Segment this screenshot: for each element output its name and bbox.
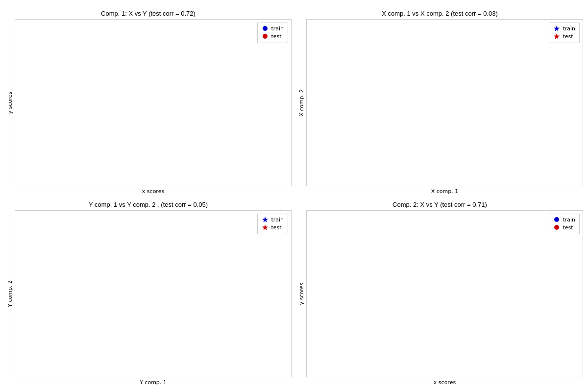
plot2-train-label: train [563,25,575,32]
plot2-area: X comp. 2 train [296,19,583,186]
plot3-train-icon [262,216,269,223]
plot3-legend-test: test [262,224,284,231]
plot3-xlabel: Y comp. 1 [140,379,167,386]
plot3-legend-train: train [262,216,284,223]
plot-cell-4: Comp. 2: X vs Y (test corr = 0.71) y sco… [296,201,583,387]
main-container: Comp. 1: X vs Y (test corr = 0.72) y sco… [0,0,588,392]
plot2-title: X comp. 1 vs X comp. 2 (test corr = 0.03… [382,10,498,17]
plot2-test-icon [553,33,560,40]
plot1-title: Comp. 1: X vs Y (test corr = 0.72) [101,10,196,17]
plot3-canvas [15,211,291,377]
plot1-canvas-wrapper: train test [15,19,292,186]
plot4-test-label: test [563,224,573,231]
plot1-canvas [15,20,291,186]
plot4-ylabel: y scores [298,283,305,305]
plot4-legend: train test [549,214,580,234]
svg-point-0 [263,26,268,31]
plot2-xlabel: X comp. 1 [431,188,459,195]
svg-marker-5 [262,224,268,230]
plot1-train-label: train [271,25,284,32]
plot3-canvas-wrapper: train test [15,210,292,377]
plot1-test-label: test [271,33,281,40]
svg-marker-3 [554,33,560,39]
plot4-test-icon [553,224,560,231]
plot4-train-label: train [563,217,575,223]
plot1-ylabel: y scores [7,92,13,114]
plot2-inner: train test [306,19,583,186]
plot2-legend-test: test [553,33,575,40]
plot4-legend-test: test [553,224,575,231]
plot-cell-1: Comp. 1: X vs Y (test corr = 0.72) y sco… [5,10,292,196]
plot3-xlabel-container: Y comp. 1 [10,377,296,387]
plot3-title: Y comp. 1 vs Y comp. 2 , (test corr = 0.… [89,201,208,208]
plot1-train-icon [262,25,269,32]
plot2-train-icon [553,25,560,32]
plot2-legend-train: train [553,25,575,32]
svg-marker-2 [554,25,560,31]
plot2-ylabel: X comp. 2 [298,89,305,117]
plot4-legend-train: train [553,216,575,223]
svg-point-6 [554,217,559,222]
plot2-canvas [307,20,583,186]
plot3-train-label: train [271,217,284,223]
plot3-legend: train test [257,214,288,234]
plot4-canvas-wrapper: train test [306,210,583,377]
plot3-test-label: test [271,224,281,231]
svg-point-7 [554,225,559,230]
plot1-legend-test: test [262,33,284,40]
plot1-inner: train test [15,19,292,186]
plot1-legend-train: train [262,25,284,32]
plot1-area: y scores train [5,19,292,186]
svg-point-1 [263,34,268,39]
plot3-ylabel: Y comp. 2 [7,280,13,307]
plot4-train-icon [553,216,560,223]
plot1-xlabel-container: x scores [10,186,296,196]
plot4-title: Comp. 2: X vs Y (test corr = 0.71) [392,201,487,208]
plot1-xlabel: x scores [142,188,164,195]
plot3-inner: train test [15,210,292,377]
plot-cell-2: X comp. 1 vs X comp. 2 (test corr = 0.03… [296,10,583,196]
plot3-test-icon [262,224,269,231]
svg-marker-4 [262,217,268,222]
plot4-area: y scores train [296,210,583,377]
plot2-test-label: test [563,33,573,40]
plot4-xlabel: x scores [434,379,456,386]
plot1-legend: train test [257,23,288,43]
plot4-inner: train test [306,210,583,377]
plot3-area: Y comp. 2 train [5,210,292,377]
plot-cell-3: Y comp. 1 vs Y comp. 2 , (test corr = 0.… [5,201,292,387]
plot2-xlabel-container: X comp. 1 [301,186,588,196]
plot2-legend: train test [549,23,580,43]
plot1-test-icon [262,33,269,40]
plot4-canvas [307,211,583,377]
plot2-canvas-wrapper: train test [306,19,583,186]
plot4-xlabel-container: x scores [301,377,588,387]
